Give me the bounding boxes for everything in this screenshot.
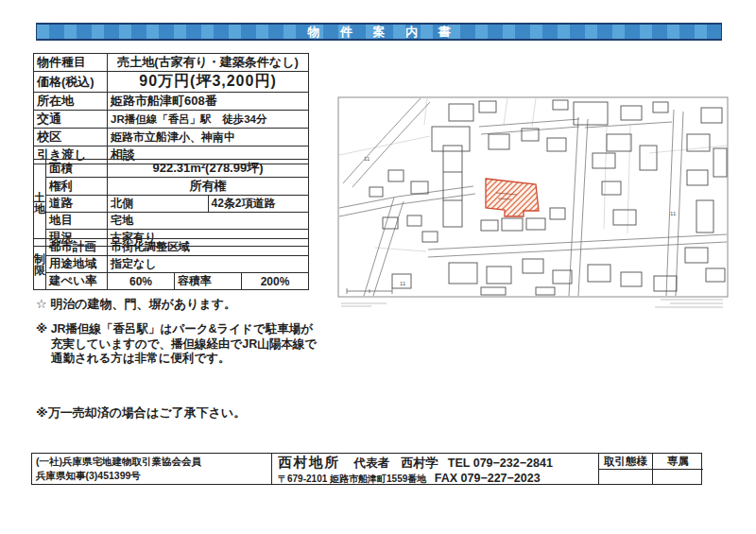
- type-value: 売土地(古家有り・建築条件なし): [108, 54, 309, 72]
- address-label: 所在地: [34, 93, 108, 111]
- coverage-value: 60%: [108, 273, 175, 290]
- area-value: 922.31m²(278.99坪): [108, 160, 309, 178]
- company-line1: 西村地所 代表者 西村学 TEL 079−232−2841: [278, 455, 594, 471]
- type-label: 物件種目: [34, 54, 108, 72]
- restriction-row-planning: 制 限 都市計画 市街化調整区域: [34, 239, 309, 256]
- land-row-road: 道路 北側 42条2項道路: [34, 196, 309, 213]
- title-banner: 物 件 案 内 書: [36, 23, 722, 41]
- transaction-type-value-cell: 専属: [653, 454, 703, 485]
- company-cell: 西村地所 代表者 西村学 TEL 079−232−2841 〒679-2101 …: [272, 454, 599, 485]
- representative-label: 代表者: [353, 456, 389, 470]
- note-park-and-ride-line1: ※ JR播但線「香呂駅」はパーク&ライドで駐車場が: [36, 322, 317, 337]
- coverage-label: 建ぺい率: [46, 273, 108, 290]
- property-flyer-page: 物 件 案 内 書 物件種目 売土地(古家有り・建築条件なし) 価格(税込) 9…: [0, 0, 756, 534]
- map-attribution-marks: [341, 300, 723, 307]
- rights-label: 権利: [46, 178, 108, 196]
- page-title: 物 件 案 内 書: [299, 26, 458, 38]
- school-value: 姫路市立船津小、神南中: [108, 129, 309, 146]
- property-summary-table: 物件種目 売土地(古家有り・建築条件なし) 価格(税込) 90万円(坪3,200…: [33, 53, 309, 164]
- land-row-area: 土 地 面積 922.31m²(278.99坪): [34, 160, 309, 178]
- road-type-value: 42条2項道路: [208, 196, 309, 213]
- map-label-11-left: 11: [364, 156, 370, 162]
- zoning-value: 指定なし: [108, 256, 309, 273]
- school-label: 校区: [34, 129, 108, 146]
- property-row-price: 価格(税込) 90万円(坪3,200円): [34, 72, 309, 93]
- company-line2: 〒679-2101 姫路市船津町1559番地 FAX 079−227−2023: [278, 471, 594, 485]
- property-row-type: 物件種目 売土地(古家有り・建築条件なし): [34, 54, 309, 72]
- rights-value: 所有権: [108, 178, 309, 196]
- transaction-type-value-empty: [653, 470, 703, 485]
- company-fax: FAX 079−227−2023: [435, 472, 541, 485]
- location-map-svg: 11 11 11: [337, 96, 729, 312]
- zoning-label: 用途地域: [46, 256, 108, 273]
- road-side-value: 北側: [108, 196, 209, 213]
- price-value: 90万円(坪3,200円): [108, 72, 309, 93]
- map-label-11-bottom: 11: [400, 281, 406, 286]
- map-label-11-right: 11: [670, 211, 677, 216]
- access-label: 交通: [34, 111, 108, 129]
- planning-label: 都市計画: [46, 239, 108, 256]
- land-row-rights: 権利 所有権: [34, 178, 309, 196]
- address-value: 姫路市船津町608番: [108, 93, 309, 111]
- association-line1: (一社)兵庫県宅地建物取引業協会会員: [36, 455, 267, 469]
- restriction-table: 制 限 都市計画 市街化調整区域 用途地域 指定なし 建ぺい率 60% 容積率 …: [33, 238, 309, 290]
- note-park-and-ride-line3: 通勤される方は非常に便利です。: [36, 352, 317, 367]
- land-row-category: 地目 宅地: [34, 213, 309, 230]
- far-value: 200%: [242, 273, 309, 290]
- transaction-type-value: 専属: [653, 454, 703, 470]
- property-row-address: 所在地 姫路市船津町608番: [34, 93, 309, 111]
- note-park-and-ride-line2: 充実していますので、播但線経由でJR山陽本線で: [36, 337, 317, 353]
- note-already-sold: ※万一売却済の場合はご了承下さい。: [36, 405, 246, 422]
- note-park-and-ride: ※ JR播但線「香呂駅」はパーク&ライドで駐車場が 充実していますので、播但線経…: [36, 322, 317, 367]
- transaction-type-label-empty: [599, 470, 652, 485]
- representative-name: 西村学: [401, 456, 438, 470]
- transaction-type-label-cell: 取引態様: [599, 454, 653, 485]
- company-name: 西村地所: [278, 455, 340, 470]
- category-label: 地目: [46, 213, 108, 230]
- price-label: 価格(税込): [34, 72, 108, 93]
- association-cell: (一社)兵庫県宅地建物取引業協会会員 兵庫県知事(3)451399号: [32, 454, 272, 485]
- road-label: 道路: [46, 196, 108, 213]
- area-label: 面積: [46, 160, 108, 178]
- restriction-group-label: 制 限: [34, 239, 46, 290]
- land-table: 土 地 面積 922.31m²(278.99坪) 権利 所有権 道路 北側 42…: [33, 159, 309, 247]
- company-tel: TEL 079−232−2841: [448, 456, 553, 470]
- property-row-access: 交通 JR播但線「香呂」駅 徒歩34分: [34, 111, 309, 129]
- land-group-label: 土 地: [34, 160, 46, 247]
- restriction-row-zoning: 用途地域 指定なし: [34, 256, 309, 273]
- category-value: 宅地: [108, 213, 309, 230]
- note-meiji-building: ☆ 明治の建物、門、塀があります。: [36, 296, 236, 313]
- far-label: 容積率: [175, 273, 242, 290]
- transaction-type-label: 取引態様: [599, 454, 652, 470]
- restriction-row-coverage: 建ぺい率 60% 容積率 200%: [34, 273, 309, 290]
- footer-table: (一社)兵庫県宅地建物取引業協会会員 兵庫県知事(3)451399号 西村地所 …: [31, 453, 702, 485]
- company-address: 〒679-2101 姫路市船津町1559番地: [278, 474, 426, 484]
- access-value: JR播但線「香呂」駅 徒歩34分: [108, 111, 309, 129]
- location-map: 11 11 11: [337, 96, 729, 312]
- property-row-school: 校区 姫路市立船津小、神南中: [34, 129, 309, 146]
- planning-value: 市街化調整区域: [108, 239, 309, 256]
- association-line2: 兵庫県知事(3)451399号: [36, 469, 267, 483]
